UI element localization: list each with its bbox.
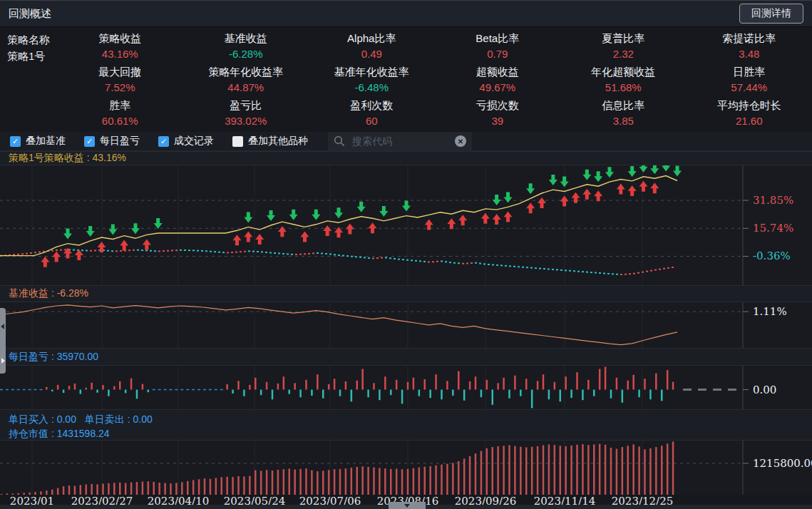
stat-cell: 超额收益49.67% [435, 65, 561, 98]
daily-buy-label: 单日买入 : 0.00 [9, 413, 76, 425]
daily-pnl-chart[interactable]: 0.00 [0, 366, 812, 409]
stat-cell: 盈亏比393.02% [183, 98, 309, 132]
stat-label: 盈亏比 [183, 98, 309, 113]
stat-value: 60 [309, 114, 435, 128]
stat-label: 平均持仓时长 [687, 98, 812, 113]
collapse-left-icon [1, 324, 4, 329]
stat-value: 7.52% [57, 81, 183, 95]
stat-cell: 索提诺比率3.48 [687, 31, 812, 65]
stat-value: 44.87% [183, 81, 309, 95]
strategy-name-label: 策略名称 [7, 31, 57, 48]
scrollbar-thumb[interactable] [389, 502, 426, 509]
page-title: 回测概述 [9, 7, 51, 21]
stat-value: 0.49 [309, 47, 435, 61]
stat-value: -6.48% [309, 81, 435, 95]
clear-search-icon[interactable]: ✕ [455, 135, 466, 147]
checkbox-item-3[interactable]: 叠加其他品种 [232, 135, 308, 148]
stat-label: 策略收益 [57, 31, 183, 46]
expand-right-icon [1, 358, 5, 364]
checkbox-label: 叠加基准 [26, 135, 66, 148]
stat-cell: 最大回撤7.52% [57, 65, 183, 98]
stat-cell: 策略年化收益率44.87% [183, 65, 309, 98]
checkbox-label: 叠加其他品种 [248, 135, 308, 148]
stat-value: 2.32 [560, 47, 687, 61]
daily-trade-line: 单日买入 : 0.00 单日卖出 : 0.00 [9, 412, 812, 426]
strategy-return-chart[interactable]: 31.85%15.74%-0.36% [0, 165, 812, 285]
stat-value: 51.68% [560, 81, 687, 95]
stat-label: 胜率 [57, 98, 183, 113]
strategy-return-title-text: 策略1号策略收益 : 43.16% [9, 152, 126, 165]
stat-value: 3.85 [560, 114, 687, 128]
svg-text:31.85%: 31.85% [753, 194, 793, 207]
backtest-overview-app: 回测概述 回测详情 策略名称 策略1号 策略收益43.16%基准收益-6.28%… [0, 0, 812, 509]
stat-cell: 日胜率57.44% [687, 65, 812, 98]
stat-label: Alpha比率 [309, 31, 435, 46]
position-value-title: 单日买入 : 0.00 单日卖出 : 0.00 持仓市值 : 1431598.2… [0, 409, 812, 441]
position-value-label: 持仓市值 : 1431598.24 [9, 428, 110, 439]
checkbox-item-2[interactable]: ✓成交记录 [158, 135, 214, 148]
stat-label: 基准收益 [183, 31, 309, 46]
stat-label: 基准年化收益率 [309, 65, 435, 79]
stat-label: 最大回撤 [57, 65, 183, 79]
stat-label: Beta比率 [435, 31, 561, 46]
stat-cell: 基准年化收益率-6.48% [309, 65, 435, 98]
stat-label: 盈利次数 [309, 98, 435, 113]
backtest-details-button[interactable]: 回测详情 [739, 4, 803, 24]
stat-value: -6.28% [183, 47, 309, 61]
stat-label: 信息比率 [560, 98, 687, 113]
header: 回测概述 回测详情 [0, 0, 812, 27]
position-value-line: 持仓市值 : 1431598.24 [9, 426, 812, 441]
stat-value: 57.44% [687, 81, 812, 95]
stat-value: 43.16% [57, 47, 183, 61]
stat-value: 49.67% [435, 81, 561, 95]
checkbox-item-0[interactable]: ✓叠加基准 [10, 135, 66, 148]
search-icon [334, 135, 345, 147]
checkbox-checked-icon[interactable]: ✓ [158, 136, 169, 147]
checkbox-item-1[interactable]: ✓每日盈亏 [84, 135, 140, 148]
svg-text:-0.36%: -0.36% [753, 250, 791, 262]
chevron-down-icon [404, 504, 410, 508]
stat-cell: 亏损次数39 [435, 98, 561, 132]
stats-panel: 策略名称 策略1号 策略收益43.16%基准收益-6.28%Alpha比率0.4… [0, 27, 812, 132]
checkbox-unchecked-icon[interactable] [232, 136, 243, 147]
benchmark-return-title: 基准收益 : -6.28% [0, 285, 812, 302]
strategy-return-title: 策略1号策略收益 : 43.16% [0, 151, 812, 165]
daily-pnl-title-text: 每日盈亏 : 35970.00 [9, 351, 98, 364]
svg-text:1.11%: 1.11% [753, 305, 787, 318]
stat-cell: Alpha比率0.49 [309, 31, 435, 65]
checkbox-label: 成交记录 [174, 135, 214, 148]
search-input[interactable] [351, 135, 455, 148]
strategy-name-cell: 策略名称 策略1号 [0, 31, 57, 65]
stat-cell: 年化超额收益51.68% [560, 65, 687, 98]
stat-value: 39 [435, 114, 561, 128]
left-resize-handle[interactable] [0, 308, 6, 374]
stat-label: 日胜率 [687, 65, 812, 79]
svg-text:0.00: 0.00 [753, 384, 776, 396]
daily-pnl-title: 每日盈亏 : 35970.00 [0, 348, 812, 366]
svg-text:1215800.00: 1215800.00 [753, 457, 812, 470]
stat-cell: 盈利次数60 [309, 98, 435, 132]
stat-value: 0.79 [435, 47, 561, 61]
checkbox-checked-icon[interactable]: ✓ [84, 136, 95, 147]
stat-label: 索提诺比率 [687, 31, 812, 46]
stat-value: 60.61% [57, 114, 183, 128]
stat-value: 3.48 [687, 47, 812, 61]
stat-cell: 夏普比率2.32 [560, 31, 687, 65]
stat-label: 策略年化收益率 [183, 65, 309, 79]
stat-cell: Beta比率0.79 [435, 31, 561, 65]
daily-sell-label: 单日卖出 : 0.00 [85, 413, 153, 425]
stat-value: 393.02% [183, 114, 309, 128]
strategy-name-value: 策略1号 [7, 48, 57, 64]
stat-label: 超额收益 [435, 65, 561, 79]
position-value-chart[interactable]: 1215800.00 [0, 441, 812, 495]
scrollbar-track[interactable] [0, 505, 812, 509]
overlay-checkbox-row: ✓叠加基准✓每日盈亏✓成交记录叠加其他品种 [10, 135, 327, 148]
checkbox-checked-icon[interactable]: ✓ [10, 136, 21, 147]
svg-text:15.74%: 15.74% [753, 222, 793, 235]
benchmark-return-chart[interactable]: 1.11% [0, 302, 812, 348]
stat-value: 21.60 [687, 114, 812, 128]
stat-label: 年化超额收益 [560, 65, 687, 79]
benchmark-return-title-text: 基准收益 : -6.28% [9, 287, 88, 300]
search-box[interactable]: ✕ [328, 132, 472, 151]
checkbox-label: 每日盈亏 [100, 135, 140, 148]
